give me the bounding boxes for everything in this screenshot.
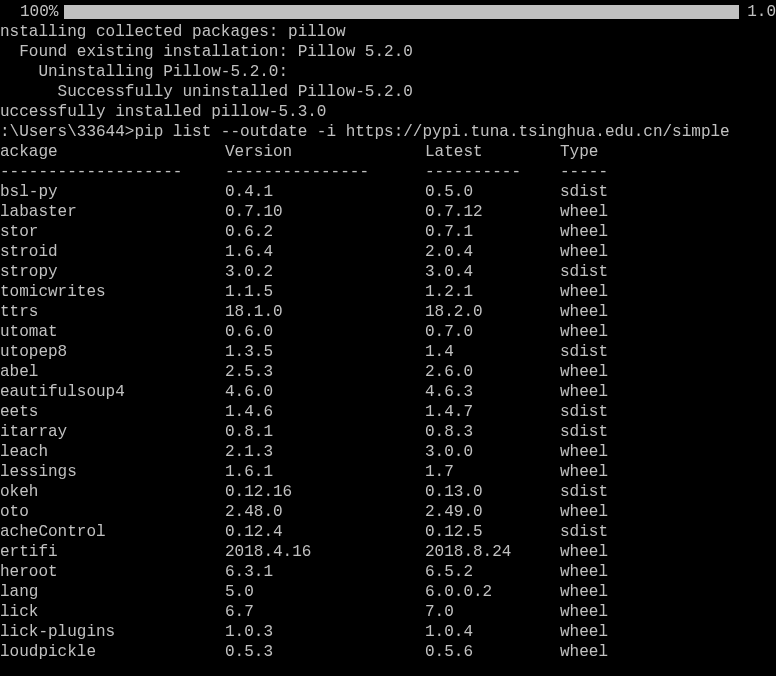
- table-row: okeh0.12.160.13.0sdist: [0, 482, 776, 502]
- cell-package: okeh: [0, 482, 225, 502]
- cell-type: wheel: [560, 622, 776, 642]
- cell-type: wheel: [560, 462, 776, 482]
- table-row: tomicwrites1.1.51.2.1wheel: [0, 282, 776, 302]
- col-header-version: Version: [225, 142, 425, 162]
- table-divider: ----------------------------------------…: [0, 162, 776, 182]
- cell-version: 4.6.0: [225, 382, 425, 402]
- cell-latest: 0.7.12: [425, 202, 560, 222]
- cell-latest: 7.0: [425, 602, 560, 622]
- cell-type: wheel: [560, 582, 776, 602]
- cell-package: loudpickle: [0, 642, 225, 662]
- cell-latest: 1.2.1: [425, 282, 560, 302]
- cell-package: eautifulsoup4: [0, 382, 225, 402]
- progress-percent: 100%: [0, 2, 64, 22]
- cell-version: 1.3.5: [225, 342, 425, 362]
- cell-version: 0.6.0: [225, 322, 425, 342]
- table-row: lick6.77.0wheel: [0, 602, 776, 622]
- output-line: nstalling collected packages: pillow: [0, 22, 776, 42]
- cell-package: leach: [0, 442, 225, 462]
- table-row: abel2.5.32.6.0wheel: [0, 362, 776, 382]
- cell-latest: 18.2.0: [425, 302, 560, 322]
- table-row: loudpickle0.5.30.5.6wheel: [0, 642, 776, 662]
- table-row: itarray0.8.10.8.3sdist: [0, 422, 776, 442]
- progress-tail: 1.0: [745, 2, 776, 22]
- cell-package: labaster: [0, 202, 225, 222]
- command-prompt: :\Users\33644>pip list --outdate -i http…: [0, 122, 776, 142]
- cell-type: wheel: [560, 302, 776, 322]
- cell-latest: 2018.8.24: [425, 542, 560, 562]
- table-row: lick-plugins1.0.31.0.4wheel: [0, 622, 776, 642]
- cell-type: wheel: [560, 562, 776, 582]
- cell-type: sdist: [560, 262, 776, 282]
- cell-type: wheel: [560, 542, 776, 562]
- cell-version: 0.5.3: [225, 642, 425, 662]
- cell-type: wheel: [560, 382, 776, 402]
- table-row: stor0.6.20.7.1wheel: [0, 222, 776, 242]
- cell-type: sdist: [560, 482, 776, 502]
- output-line: uccessfully installed pillow-5.3.0: [0, 102, 776, 122]
- cell-package: itarray: [0, 422, 225, 442]
- cell-package: acheControl: [0, 522, 225, 542]
- cell-latest: 2.6.0: [425, 362, 560, 382]
- cell-version: 2.48.0: [225, 502, 425, 522]
- cell-type: sdist: [560, 422, 776, 442]
- table-row: eautifulsoup44.6.04.6.3wheel: [0, 382, 776, 402]
- col-header-latest: Latest: [425, 142, 560, 162]
- cell-package: heroot: [0, 562, 225, 582]
- cell-type: wheel: [560, 502, 776, 522]
- cell-version: 0.7.10: [225, 202, 425, 222]
- cell-latest: 1.7: [425, 462, 560, 482]
- cell-package: utopep8: [0, 342, 225, 362]
- cell-latest: 0.12.5: [425, 522, 560, 542]
- cell-version: 6.7: [225, 602, 425, 622]
- cell-type: sdist: [560, 522, 776, 542]
- cell-type: wheel: [560, 642, 776, 662]
- cell-version: 1.6.4: [225, 242, 425, 262]
- cell-version: 3.0.2: [225, 262, 425, 282]
- cell-latest: 0.7.1: [425, 222, 560, 242]
- cell-type: wheel: [560, 602, 776, 622]
- cell-package: lick: [0, 602, 225, 622]
- table-row: utopep81.3.51.4sdist: [0, 342, 776, 362]
- cell-package: ttrs: [0, 302, 225, 322]
- cell-type: sdist: [560, 342, 776, 362]
- cell-version: 1.6.1: [225, 462, 425, 482]
- col-header-package: ackage: [0, 142, 225, 162]
- table-row: labaster0.7.100.7.12wheel: [0, 202, 776, 222]
- cell-package: tomicwrites: [0, 282, 225, 302]
- table-row: stropy3.0.23.0.4sdist: [0, 262, 776, 282]
- cell-version: 2.1.3: [225, 442, 425, 462]
- cell-type: sdist: [560, 402, 776, 422]
- cell-latest: 3.0.0: [425, 442, 560, 462]
- cell-latest: 0.8.3: [425, 422, 560, 442]
- cell-package: lessings: [0, 462, 225, 482]
- cell-version: 1.0.3: [225, 622, 425, 642]
- cell-latest: 0.13.0: [425, 482, 560, 502]
- cell-type: wheel: [560, 282, 776, 302]
- cell-latest: 6.5.2: [425, 562, 560, 582]
- cell-type: wheel: [560, 442, 776, 462]
- table-row: lessings1.6.11.7wheel: [0, 462, 776, 482]
- cell-version: 2018.4.16: [225, 542, 425, 562]
- cell-latest: 2.49.0: [425, 502, 560, 522]
- table-row: leach2.1.33.0.0wheel: [0, 442, 776, 462]
- cell-package: abel: [0, 362, 225, 382]
- cell-latest: 0.5.6: [425, 642, 560, 662]
- cell-version: 6.3.1: [225, 562, 425, 582]
- cell-latest: 1.0.4: [425, 622, 560, 642]
- cell-version: 5.0: [225, 582, 425, 602]
- cell-package: lick-plugins: [0, 622, 225, 642]
- cell-latest: 2.0.4: [425, 242, 560, 262]
- cell-type: wheel: [560, 222, 776, 242]
- cell-type: wheel: [560, 322, 776, 342]
- table-row: bsl-py0.4.10.5.0sdist: [0, 182, 776, 202]
- cell-version: 0.12.4: [225, 522, 425, 542]
- cell-version: 0.4.1: [225, 182, 425, 202]
- cell-latest: 0.7.0: [425, 322, 560, 342]
- output-line: Uninstalling Pillow-5.2.0:: [0, 62, 776, 82]
- cell-version: 1.1.5: [225, 282, 425, 302]
- cell-latest: 0.5.0: [425, 182, 560, 202]
- cell-package: eets: [0, 402, 225, 422]
- terminal-output[interactable]: 100% 1.0 nstalling collected packages: p…: [0, 0, 776, 664]
- table-row: acheControl0.12.40.12.5sdist: [0, 522, 776, 542]
